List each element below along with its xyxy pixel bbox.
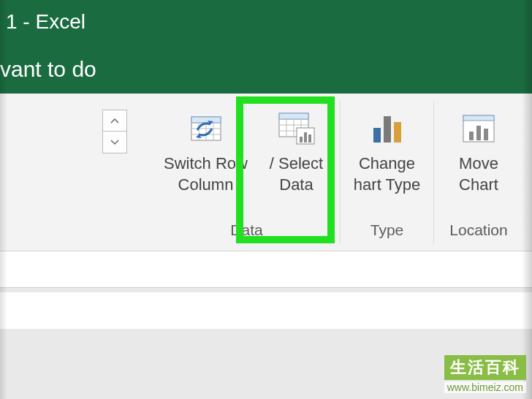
ribbon-groups: Switch Row Column (153, 101, 523, 243)
worksheet-row-1[interactable] (0, 251, 532, 288)
move-chart-button[interactable]: Move Chart (436, 101, 522, 218)
group-data-label: Data (230, 218, 262, 240)
worksheet-row-2[interactable] (0, 292, 532, 329)
title-bar: 1 - Excel (0, 0, 532, 44)
select-data-icon (276, 108, 317, 149)
chevron-up-icon (110, 118, 119, 123)
svg-rect-23 (384, 116, 391, 142)
app-title: 1 - Excel (6, 10, 86, 33)
group-data: Switch Row Column (153, 101, 341, 243)
ribbon: Switch Row Column (0, 94, 532, 251)
svg-rect-20 (304, 132, 307, 142)
svg-rect-28 (476, 126, 481, 140)
svg-rect-29 (484, 129, 488, 140)
stepper-down-button[interactable] (102, 132, 127, 153)
svg-rect-17 (279, 113, 308, 119)
svg-rect-21 (308, 134, 311, 142)
svg-rect-27 (469, 132, 474, 140)
chevron-down-icon (110, 140, 119, 145)
watermark-url: www.bimeiz.com (444, 381, 526, 393)
svg-rect-19 (300, 137, 303, 142)
svg-rect-22 (373, 128, 381, 142)
change-chart-type-button[interactable]: Change hart Type (342, 101, 433, 218)
svg-rect-24 (394, 122, 401, 142)
switch-row-column-label: Switch Row Column (164, 153, 248, 195)
tell-me-text: vant to do (0, 57, 96, 81)
change-chart-type-icon (367, 108, 408, 149)
move-chart-label: Move Chart (459, 153, 498, 195)
group-location-label: Location (449, 218, 507, 240)
select-data-label: / Select Data (270, 153, 323, 195)
style-stepper (102, 110, 140, 153)
group-location: Move Chart Location (434, 101, 523, 243)
switch-row-column-button[interactable]: Switch Row Column (156, 101, 256, 218)
stepper-up-button[interactable] (102, 110, 127, 132)
move-chart-icon (458, 108, 499, 149)
select-data-button[interactable]: / Select Data (256, 101, 338, 218)
change-chart-type-label: Change hart Type (354, 153, 420, 195)
watermark: 生活百科 www.bimeiz.com (444, 355, 526, 393)
svg-rect-26 (463, 115, 494, 121)
group-type: Change hart Type Type (341, 101, 434, 243)
tell-me-bar[interactable]: vant to do (0, 44, 532, 94)
group-type-label: Type (370, 218, 404, 240)
watermark-brand: 生活百科 (444, 355, 526, 380)
svg-rect-7 (191, 117, 221, 123)
switch-row-column-icon (186, 108, 227, 149)
